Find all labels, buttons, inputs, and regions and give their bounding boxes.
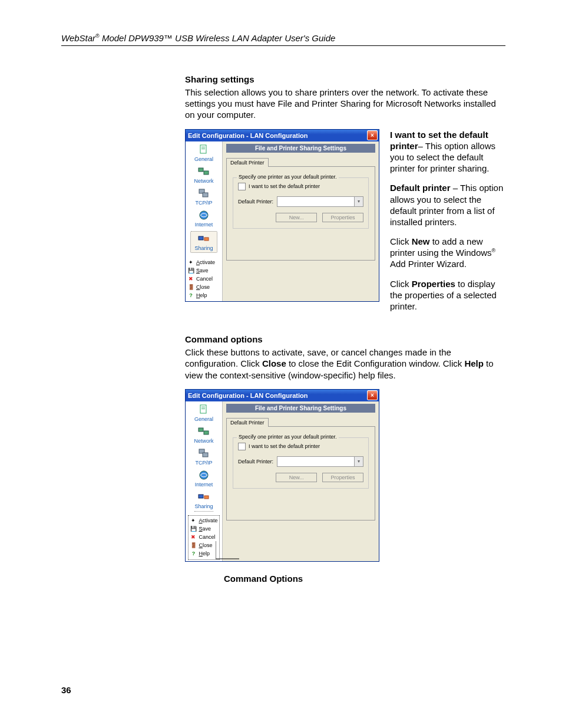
model-text: Model DPW939™ USB Wireless LAN Adapter U… — [100, 33, 336, 43]
svg-rect-13 — [199, 428, 203, 431]
default-printer-dropdown[interactable]: ▾ — [277, 456, 363, 467]
set-default-checkbox[interactable] — [238, 443, 246, 450]
svg-rect-2 — [201, 149, 205, 149]
help-button[interactable]: ?Help — [187, 292, 224, 299]
sidebar-item-network[interactable]: Network — [194, 166, 213, 184]
sidebar-item-sharing[interactable]: Sharing — [194, 491, 213, 512]
cancel-button[interactable]: ✖Cancel — [187, 275, 224, 282]
brand-name: WebStar — [61, 33, 95, 43]
figure-caption: Command Options — [224, 574, 421, 584]
sidebar-item-internet[interactable]: Internet — [195, 469, 213, 487]
command-options-intro: Click these buttons to activate, save, o… — [185, 347, 505, 381]
svg-rect-14 — [204, 431, 209, 434]
help-button[interactable]: ?Help — [190, 550, 217, 557]
sidebar-label: General — [194, 416, 213, 422]
dialog-main: File and Printer Sharing Settings Defaul… — [223, 141, 379, 301]
cancel-icon: ✖ — [187, 275, 194, 282]
activate-button[interactable]: ✦Activate — [187, 259, 224, 266]
page-number: 36 — [61, 685, 71, 695]
new-label: New — [412, 236, 430, 246]
field-label: Default Printer: — [238, 199, 277, 205]
sidebar-item-internet[interactable]: Internet — [195, 209, 213, 228]
properties-button[interactable]: Properties — [322, 473, 363, 482]
tcpip-icon — [197, 187, 210, 199]
close-door-icon: 🚪 — [187, 284, 194, 291]
close-icon[interactable]: × — [367, 130, 378, 140]
document-icon — [197, 404, 210, 416]
sidebar-label: Internet — [195, 222, 213, 228]
sidebar-item-general[interactable]: General — [194, 144, 213, 162]
running-header: WebStar® Model DPW939™ USB Wireless LAN … — [61, 33, 505, 43]
internet-icon — [197, 469, 210, 481]
sidebar-label: TCP/IP — [195, 460, 212, 466]
command-list-highlighted: ✦Activate 💾Save ✖Cancel 🚪Close ?Help — [188, 515, 219, 560]
sidebar-item-general[interactable]: General — [194, 404, 213, 422]
command-list: ✦Activate 💾Save ✖Cancel 🚪Close ?Help — [184, 259, 224, 300]
properties-button[interactable]: Properties — [322, 213, 363, 222]
titlebar[interactable]: Edit Configuration - LAN Configuration × — [186, 390, 379, 401]
tcpip-icon — [197, 447, 210, 459]
document-icon — [197, 144, 210, 156]
svg-rect-6 — [203, 193, 208, 197]
tab-default-printer[interactable]: Default Printer — [226, 158, 269, 167]
svg-rect-4 — [204, 171, 209, 174]
sharing-intro: This selection allows you to share print… — [185, 87, 505, 121]
save-button[interactable]: 💾Save — [187, 267, 224, 274]
activate-icon: ✦ — [190, 517, 197, 524]
cancel-icon: ✖ — [190, 533, 197, 541]
internet-icon — [197, 209, 210, 221]
help-icon: ? — [190, 550, 197, 557]
titlebar[interactable]: Edit Configuration - LAN Configuration × — [186, 130, 379, 141]
tab-body: Specify one printer as your default prin… — [226, 166, 375, 261]
sidebar-label: Internet — [195, 482, 213, 487]
sidebar-label: TCP/IP — [195, 200, 212, 206]
group-label: Specify one printer as your default prin… — [237, 174, 339, 180]
svg-rect-3 — [199, 168, 203, 172]
sidebar-label: Sharing — [194, 245, 213, 251]
sharing-icon — [197, 491, 210, 503]
dialog-sidebar: General Network TCP/IP Internet — [186, 141, 223, 301]
sidebar-label: Network — [194, 178, 213, 184]
properties-label: Properties — [412, 279, 455, 289]
sharing-icon — [197, 233, 210, 245]
sidebar-label: Sharing — [194, 503, 213, 509]
tab-default-printer[interactable]: Default Printer — [226, 418, 269, 427]
header-rule — [61, 45, 505, 46]
save-icon: 💾 — [190, 525, 197, 532]
edit-config-dialog-1: Edit Configuration - LAN Configuration ×… — [185, 129, 379, 302]
default-printer-group: Specify one printer as your default prin… — [233, 177, 369, 229]
svg-point-17 — [200, 471, 208, 479]
close-icon[interactable]: × — [367, 390, 378, 400]
sidebar-item-tcpip[interactable]: TCP/IP — [195, 447, 212, 466]
command-options-heading: Command options — [185, 334, 505, 344]
activate-button[interactable]: ✦Activate — [190, 517, 217, 524]
default-printer-dropdown[interactable]: ▾ — [277, 196, 363, 207]
set-default-checkbox[interactable] — [238, 183, 246, 190]
checkbox-label: I want to set the default printer — [249, 183, 320, 189]
svg-point-7 — [200, 211, 208, 219]
checkbox-label: I want to set the default printer — [249, 443, 320, 449]
sidebar-item-network[interactable]: Network — [194, 426, 213, 444]
sharing-heading: Sharing settings — [185, 74, 505, 84]
close-button[interactable]: 🚪Close — [187, 284, 224, 291]
svg-rect-1 — [201, 147, 205, 147]
tab-body: Specify one printer as your default prin… — [226, 426, 375, 521]
group-label: Specify one printer as your default prin… — [237, 434, 339, 440]
new-button[interactable]: New... — [276, 473, 317, 482]
sharing-right-column: I want to set the default printer– This … — [390, 129, 505, 321]
reg-mark: ® — [95, 33, 100, 39]
chevron-down-icon: ▾ — [354, 457, 363, 466]
close-door-icon: 🚪 — [190, 542, 197, 549]
panel-title: File and Printer Sharing Settings — [226, 144, 375, 153]
sidebar-item-sharing[interactable]: Sharing — [190, 231, 217, 253]
close-button[interactable]: 🚪Close — [190, 542, 217, 549]
save-button[interactable]: 💾Save — [190, 525, 217, 532]
cancel-button[interactable]: ✖Cancel — [190, 533, 217, 541]
svg-rect-16 — [203, 453, 208, 457]
field-label: Default Printer: — [238, 459, 277, 465]
help-icon: ? — [187, 292, 194, 299]
sidebar-item-tcpip[interactable]: TCP/IP — [195, 187, 212, 206]
window-title: Edit Configuration - LAN Configuration — [188, 132, 367, 139]
new-button[interactable]: New... — [276, 213, 317, 222]
chevron-down-icon: ▾ — [354, 197, 363, 206]
